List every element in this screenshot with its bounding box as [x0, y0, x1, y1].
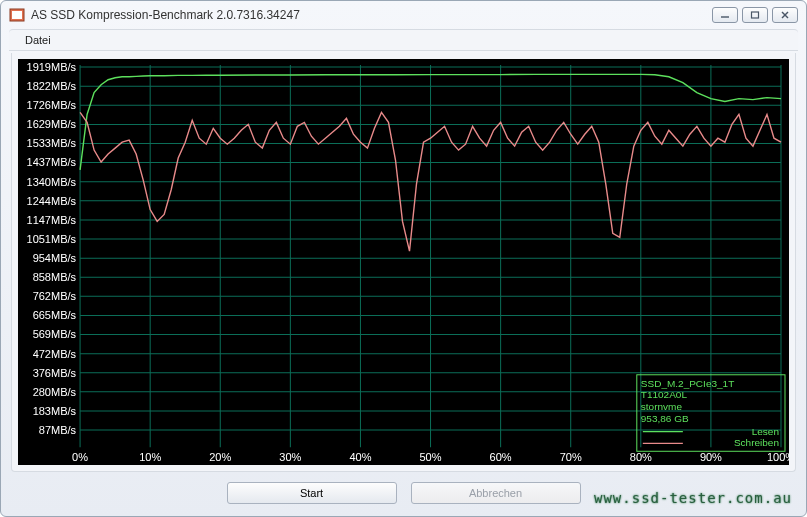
svg-text:70%: 70% — [560, 451, 582, 463]
app-icon — [9, 7, 25, 23]
window-title: AS SSD Kompression-Benchmark 2.0.7316.34… — [31, 8, 712, 22]
device-line2: T1102A0L — [641, 389, 688, 400]
legend-write: Schreiben — [734, 437, 779, 448]
watermark: www.ssd-tester.com.au — [594, 490, 792, 506]
svg-text:1147MB/s: 1147MB/s — [27, 214, 77, 226]
menubar: Datei — [9, 29, 798, 51]
content-area: 87MB/s183MB/s280MB/s376MB/s472MB/s569MB/… — [11, 53, 796, 472]
chart: 87MB/s183MB/s280MB/s376MB/s472MB/s569MB/… — [18, 59, 789, 465]
svg-text:1340MB/s: 1340MB/s — [27, 176, 77, 188]
svg-text:30%: 30% — [279, 451, 301, 463]
maximize-button[interactable] — [742, 7, 768, 23]
start-button[interactable]: Start — [227, 482, 397, 504]
svg-rect-3 — [752, 12, 759, 18]
menu-file[interactable]: Datei — [17, 32, 59, 48]
svg-text:1629MB/s: 1629MB/s — [27, 119, 77, 131]
svg-text:50%: 50% — [420, 451, 442, 463]
svg-text:10%: 10% — [139, 451, 161, 463]
device-line4: 953,86 GB — [641, 413, 689, 424]
svg-text:80%: 80% — [630, 451, 652, 463]
minimize-button[interactable] — [712, 7, 738, 23]
svg-text:1726MB/s: 1726MB/s — [27, 99, 77, 111]
svg-text:1822MB/s: 1822MB/s — [27, 80, 77, 92]
svg-text:90%: 90% — [700, 451, 722, 463]
svg-text:40%: 40% — [349, 451, 371, 463]
app-window: AS SSD Kompression-Benchmark 2.0.7316.34… — [0, 0, 807, 517]
svg-text:954MB/s: 954MB/s — [33, 252, 77, 264]
svg-text:472MB/s: 472MB/s — [33, 348, 77, 360]
svg-text:60%: 60% — [490, 451, 512, 463]
titlebar: AS SSD Kompression-Benchmark 2.0.7316.34… — [1, 1, 806, 29]
close-button[interactable] — [772, 7, 798, 23]
svg-text:1051MB/s: 1051MB/s — [27, 233, 77, 245]
svg-text:1919MB/s: 1919MB/s — [27, 61, 77, 73]
window-controls — [712, 7, 798, 23]
svg-rect-1 — [12, 11, 22, 19]
svg-text:762MB/s: 762MB/s — [33, 290, 77, 302]
svg-text:20%: 20% — [209, 451, 231, 463]
svg-text:280MB/s: 280MB/s — [33, 386, 77, 398]
svg-text:100%: 100% — [767, 451, 789, 463]
svg-text:87MB/s: 87MB/s — [39, 424, 77, 436]
svg-text:1533MB/s: 1533MB/s — [27, 138, 77, 150]
svg-text:1244MB/s: 1244MB/s — [27, 195, 77, 207]
svg-text:569MB/s: 569MB/s — [33, 329, 77, 341]
device-line1: SSD_M.2_PCIe3_1T — [641, 378, 734, 389]
device-line3: stornvme — [641, 401, 683, 412]
svg-text:1437MB/s: 1437MB/s — [27, 157, 77, 169]
svg-text:183MB/s: 183MB/s — [33, 405, 77, 417]
svg-text:858MB/s: 858MB/s — [33, 271, 77, 283]
legend-read: Lesen — [752, 426, 779, 437]
cancel-button[interactable]: Abbrechen — [411, 482, 581, 504]
svg-text:376MB/s: 376MB/s — [33, 367, 77, 379]
svg-text:665MB/s: 665MB/s — [33, 310, 77, 322]
svg-text:0%: 0% — [72, 451, 88, 463]
